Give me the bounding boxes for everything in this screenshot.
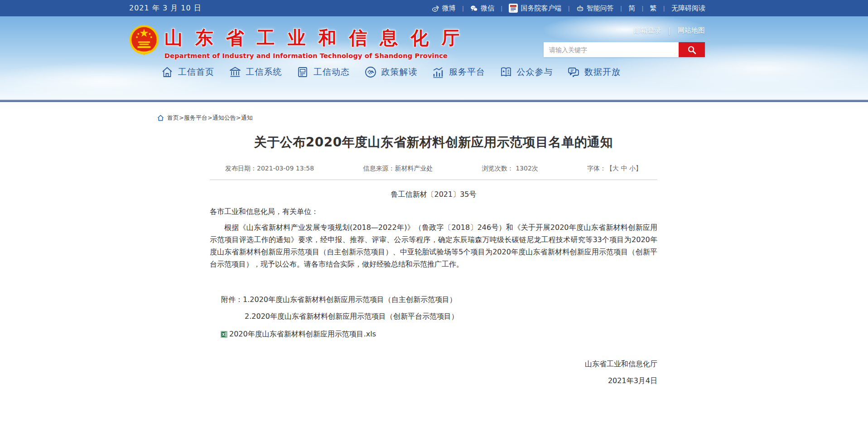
weibo-link[interactable]: 微博 <box>432 4 456 13</box>
salutation: 各市工业和信息化局，有关单位： <box>210 207 657 217</box>
sitemap-link[interactable]: 网站地图 <box>678 26 705 35</box>
header-divider <box>0 100 868 102</box>
separator: | <box>462 5 464 12</box>
separator: | <box>641 5 643 12</box>
top-bar-links: 微博 | 微信 | 国务院客户端 | <box>432 4 705 13</box>
wechat-link[interactable]: 微信 <box>470 4 494 13</box>
article: 关于公布2020年度山东省新材料创新应用示范项目名单的通知 发布日期：2021-… <box>210 134 657 386</box>
top-bar: 2021 年 3 月 10 日 微博 | 微信 | <box>0 0 868 16</box>
bracket-close: 】 <box>636 165 642 172</box>
nav-label-service: 服务平台 <box>449 66 485 78</box>
separator: | <box>663 5 665 12</box>
simplified-label: 简 <box>628 4 635 13</box>
gov-client-label: 国务院客户端 <box>521 4 561 13</box>
nav-item-data[interactable]: 数据开放 <box>567 66 621 78</box>
site-subtitle: Department of Industry and Information T… <box>164 52 463 59</box>
article-meta-bar: 发布日期：2021-03-09 13:58 信息来源：新材料产业处 浏览次数： … <box>210 165 657 180</box>
publish-date-value: 2021-03-09 13:58 <box>257 165 314 172</box>
weibo-icon <box>432 5 439 12</box>
signature-date: 2021年3月4日 <box>210 376 657 386</box>
gov-client-icon <box>509 4 518 13</box>
accessibility-label: 无障碍阅读 <box>671 4 705 13</box>
font-size-small-button[interactable]: 小 <box>629 165 636 172</box>
nav-item-policy[interactable]: 政策解读 <box>364 66 418 78</box>
nav-item-dynamics[interactable]: 工信动态 <box>296 66 350 78</box>
view-count-value: 1302次 <box>516 165 538 172</box>
nav-label-interpretation: 政策解读 <box>381 66 418 78</box>
smart-qa-label: 智能问答 <box>587 4 614 13</box>
chat-icon <box>567 66 580 78</box>
nav-label-data: 数据开放 <box>584 66 621 78</box>
nav-item-service[interactable]: 服务平台 <box>432 66 485 78</box>
home-icon <box>161 66 174 78</box>
nav-label-policy: 工信动态 <box>313 66 350 78</box>
main-nav: 工信首页 工信系统 工信动态 政策解读 <box>161 66 621 78</box>
breadcrumb-trail[interactable]: 首页>服务平台>通知公告>通知 <box>167 114 253 122</box>
nav-item-home[interactable]: 工信首页 <box>161 66 214 78</box>
bracket-open: 【 <box>606 165 612 172</box>
header-quick-links: 邮箱登录 | 网站地图 <box>634 26 705 35</box>
site-header: 山 东 省 工 业 和 信 息 化 厅 Department of Indust… <box>0 16 868 100</box>
book-icon <box>500 66 512 78</box>
current-date: 2021 年 3 月 10 日 <box>129 4 202 13</box>
search-icon <box>687 45 696 54</box>
site-title: 山 东 省 工 业 和 信 息 化 厅 <box>164 25 463 50</box>
accessibility-link[interactable]: 无障碍阅读 <box>671 4 705 13</box>
traditional-label: 繁 <box>650 4 657 13</box>
brand-text: 山 东 省 工 业 和 信 息 化 厅 Department of Indust… <box>164 24 463 59</box>
simplified-chinese-link[interactable]: 简 <box>628 4 635 13</box>
wechat-icon <box>470 5 478 12</box>
nav-label-home: 工信首页 <box>178 66 214 78</box>
separator: | <box>568 5 569 12</box>
font-size-control: 字体：【大 中 小】 <box>587 165 642 173</box>
font-size-medium-button[interactable]: 中 <box>621 165 627 172</box>
home-icon <box>157 115 164 121</box>
font-size-label: 字体： <box>587 165 606 172</box>
bank-icon <box>229 66 241 78</box>
national-emblem-logo <box>129 24 159 58</box>
attachment-file-row: 2020年度山东省新材料创新应用示范项目.xls <box>210 330 657 339</box>
attachment-file-link[interactable]: 2020年度山东省新材料创新应用示范项目.xls <box>229 330 376 339</box>
publish-date: 发布日期：2021-03-09 13:58 <box>225 165 314 173</box>
info-source: 信息来源：新材料产业处 <box>363 165 433 173</box>
header-right: 邮箱登录 | 网站地图 <box>544 24 705 59</box>
robot-icon <box>576 5 584 12</box>
separator: | <box>668 27 670 35</box>
search-button[interactable] <box>679 42 705 57</box>
handshake-icon <box>364 66 377 78</box>
search-box <box>544 42 705 57</box>
nav-label-participation: 公众参与 <box>517 66 553 78</box>
separator: | <box>501 5 502 12</box>
signature-org: 山东省工业和信息化厅 <box>210 360 657 369</box>
attachment-line-1: 附件：1.2020年度山东省新材料创新应用示范项目（自主创新示范项目） <box>210 295 657 305</box>
document-number: 鲁工信新材〔2021〕35号 <box>210 190 657 200</box>
body-paragraph: 根据《山东省新材料产业发展专项规划(2018—2022年)》（鲁政字〔2018〕… <box>210 221 657 270</box>
search-input[interactable] <box>544 42 679 57</box>
nav-item-participation[interactable]: 公众参与 <box>500 66 553 78</box>
smart-qa-link[interactable]: 智能问答 <box>576 4 614 13</box>
view-count-label: 浏览次数： <box>482 165 514 172</box>
mail-login-link[interactable]: 邮箱登录 <box>634 26 661 35</box>
chart-icon <box>432 66 444 78</box>
signature-block: 山东省工业和信息化厅 2021年3月4日 <box>210 360 657 386</box>
publish-date-label: 发布日期： <box>225 165 257 172</box>
excel-file-icon <box>221 331 227 338</box>
font-size-large-button[interactable]: 大 <box>612 165 619 172</box>
breadcrumb: 首页>服务平台>通知公告>通知 <box>157 114 868 122</box>
site-brand: 山 东 省 工 业 和 信 息 化 厅 Department of Indust… <box>129 24 463 59</box>
info-source-value: 新材料产业处 <box>395 165 433 172</box>
gov-client-link[interactable]: 国务院客户端 <box>509 4 561 13</box>
view-count: 浏览次数： 1302次 <box>482 165 538 173</box>
page-title: 关于公布2020年度山东省新材料创新应用示范项目名单的通知 <box>210 134 657 151</box>
attachment-line-2: 2.2020年度山东省新材料创新应用示范项目（创新平台示范项目） <box>210 312 657 321</box>
separator: | <box>620 5 622 12</box>
wechat-label: 微信 <box>481 4 494 13</box>
info-source-label: 信息来源： <box>363 165 395 172</box>
nav-label-news: 工信系统 <box>246 66 282 78</box>
nav-item-system[interactable]: 工信系统 <box>229 66 282 78</box>
traditional-chinese-link[interactable]: 繁 <box>650 4 657 13</box>
news-icon <box>296 66 309 78</box>
weibo-label: 微博 <box>442 4 456 13</box>
